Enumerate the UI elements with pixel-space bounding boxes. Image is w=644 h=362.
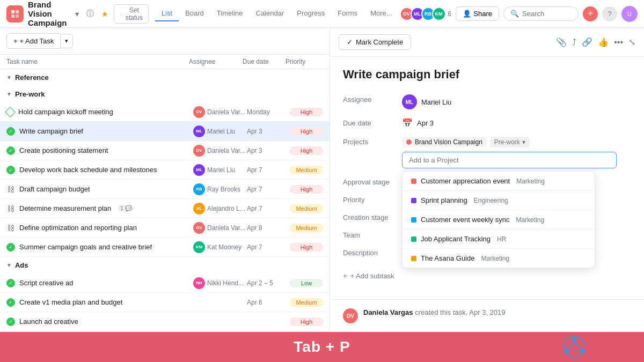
tab-forms[interactable]: Forms (331, 6, 364, 21)
newsmatic-logo: newsmatic (561, 334, 635, 360)
project-color-dot (411, 217, 416, 223)
info-icon[interactable]: ⓘ (84, 8, 96, 20)
project-color-dot (411, 237, 416, 242)
tab-board[interactable]: Board (179, 6, 210, 21)
priority-badge: High (290, 108, 323, 116)
priority-badge: Medium (290, 224, 323, 232)
task-name-label: Create v1 media plan and budget (19, 298, 122, 306)
task-name-label: Develop work back schedule and milestone… (19, 166, 157, 174)
prework-tag[interactable]: Pre-work ▾ (490, 137, 530, 147)
due-date-cell: Apr 3 (247, 147, 290, 154)
user-avatar[interactable]: U (621, 6, 638, 22)
tab-calendar[interactable]: Calendar (250, 6, 291, 21)
star-icon[interactable]: ★ (99, 9, 111, 19)
avatar-count: 6 (448, 10, 452, 18)
topbar-right: DV ML RB KM 6 👤 Share 🔍 + ? U (403, 6, 638, 22)
task-row[interactable]: ✓ Write campaign brief ML Mariel Liu Apr… (0, 122, 330, 141)
assignee-name: Daniela Var... (207, 147, 245, 154)
dropdown-item-name: Job Applicant Tracking (421, 235, 491, 243)
add-task-button[interactable]: + + Add Task (6, 33, 60, 49)
tab-timeline[interactable]: Timeline (210, 6, 250, 21)
assignee-cell: DV Daniela Var... (193, 106, 247, 118)
task-check-checked[interactable]: ✓ (6, 127, 15, 136)
section-prework[interactable]: ▼ Pre-work (0, 86, 330, 102)
like-icon[interactable]: 👍 (598, 37, 609, 47)
help-button[interactable]: ? (602, 6, 617, 21)
tab-progress[interactable]: Progress (290, 6, 331, 21)
task-check-checked[interactable]: ✓ (6, 279, 15, 287)
add-subtask-button[interactable]: + + Add subtask (343, 265, 631, 286)
task-check-checked[interactable]: ✓ (6, 317, 15, 326)
project-tag[interactable]: Brand Vision Campaign (402, 137, 487, 147)
assignee-avatar: NH (193, 277, 205, 289)
dropdown-item[interactable]: Customer event weekly sync Marketing (402, 210, 595, 230)
topbar: Brand Vision Campaign ▾ ⓘ ★ ○ Set status… (0, 0, 644, 28)
task-name-cell: ⛓ Define optimization and reporting plan (6, 224, 193, 232)
attachment-icon[interactable]: 📎 (556, 37, 567, 47)
task-check-link[interactable]: ⛓ (6, 224, 15, 232)
task-row[interactable]: ⛓ Determine measurement plan 1 💬 AL Alej… (0, 199, 330, 218)
assignee-name: Ray Brooks (207, 186, 240, 193)
task-row[interactable]: ✓ Develop work back schedule and milesto… (0, 160, 330, 180)
project-dot (406, 139, 412, 145)
task-row[interactable]: ✓ Create positioning statement DV Daniel… (0, 141, 330, 160)
dropdown-item-team: Engineering (474, 197, 508, 204)
task-row[interactable]: ✓ Create v1 media plan and budget Apr 6 … (0, 293, 330, 312)
task-name-label: Script creative ad (19, 279, 73, 287)
task-check-link[interactable]: ⛓ (6, 204, 15, 213)
mark-complete-button[interactable]: ✓ Mark Complete (339, 34, 411, 50)
task-row[interactable]: ✓ Summer campaign goals and creative bri… (0, 238, 330, 257)
section-ads[interactable]: ▼ Ads (0, 257, 330, 274)
detail-toolbar-right: 📎 ⤴ 🔗 👍 ••• ⤡ (556, 37, 635, 47)
dropdown-item[interactable]: Sprint planning Engineering (402, 191, 595, 210)
subtask-icon[interactable]: ⤴ (572, 38, 576, 47)
plus-icon: + (13, 37, 18, 45)
share-button[interactable]: 👤 Share (456, 6, 499, 21)
expand-icon[interactable]: ⤡ (628, 37, 635, 47)
task-check-checked[interactable]: ✓ (6, 243, 15, 252)
task-check-checked[interactable]: ✓ (6, 146, 15, 155)
task-row[interactable]: ⛓ Draft campaign budget RB Ray Brooks Ap… (0, 180, 330, 199)
dropdown-item[interactable]: Job Applicant Tracking HR (402, 230, 595, 249)
link-icon[interactable]: 🔗 (582, 37, 592, 47)
svg-rect-0 (11, 10, 14, 13)
task-check-diamond[interactable] (5, 107, 16, 117)
status-circle-icon: ○ (120, 10, 123, 18)
dropdown-item-name: Customer appreciation event (421, 177, 510, 185)
task-check-checked[interactable]: ✓ (6, 166, 15, 174)
table-header: Task name Assignee Due date Priority (0, 55, 330, 69)
set-status-button[interactable]: ○ Set status (114, 4, 149, 24)
project-search-input[interactable] (402, 152, 617, 168)
task-row[interactable]: Hold campaign kickoff meeting DV Daniela… (0, 102, 330, 122)
priority-badge: Medium (290, 166, 323, 174)
task-name-label: Hold campaign kickoff meeting (18, 108, 113, 116)
search-input[interactable] (522, 10, 570, 18)
task-row[interactable]: ⛓ Define optimization and reporting plan… (0, 218, 330, 238)
add-task-dropdown-button[interactable]: ▾ (60, 34, 73, 48)
dropdown-item[interactable]: Customer appreciation event Marketing (402, 172, 595, 191)
chevron-down-icon[interactable]: ▾ (73, 9, 81, 19)
task-row[interactable]: ✓ Launch ad creative High (0, 312, 330, 331)
main-content: + + Add Task ▾ Task name Assignee Due da… (0, 28, 644, 332)
more-icon[interactable]: ••• (614, 38, 623, 47)
col-priority-header: Priority (286, 58, 323, 65)
section-reference[interactable]: ▼ Reference (0, 69, 330, 86)
section-ads-label: Ads (15, 261, 28, 269)
create-button[interactable]: + (583, 6, 598, 21)
task-row[interactable]: ✓ Script creative ad NH Nikki Hend... Ap… (0, 274, 330, 293)
task-check-link[interactable]: ⛓ (6, 185, 15, 194)
assignee-cell: DV Daniela Var... (193, 145, 247, 157)
assignee-avatar: RB (193, 183, 205, 195)
due-date-cell: Apr 3 (247, 128, 290, 135)
due-date-cell: Apr 7 (247, 243, 290, 251)
project-title: Brand Vision Campaign (28, 0, 70, 27)
due-date-value[interactable]: 📅 Apr 3 (402, 118, 631, 128)
task-check-checked[interactable]: ✓ (6, 298, 15, 307)
task-name-cell: ✓ Create positioning statement (6, 146, 193, 155)
dropdown-item[interactable]: The Asana Guide Marketing (402, 249, 595, 268)
tab-list[interactable]: List (155, 6, 179, 21)
tab-more[interactable]: More... (364, 6, 398, 21)
assignee-value[interactable]: ML Mariel Liu (402, 94, 631, 109)
detail-duedate-row: Due date 📅 Apr 3 (343, 118, 631, 128)
col-assignee-header: Assignee (189, 58, 243, 65)
